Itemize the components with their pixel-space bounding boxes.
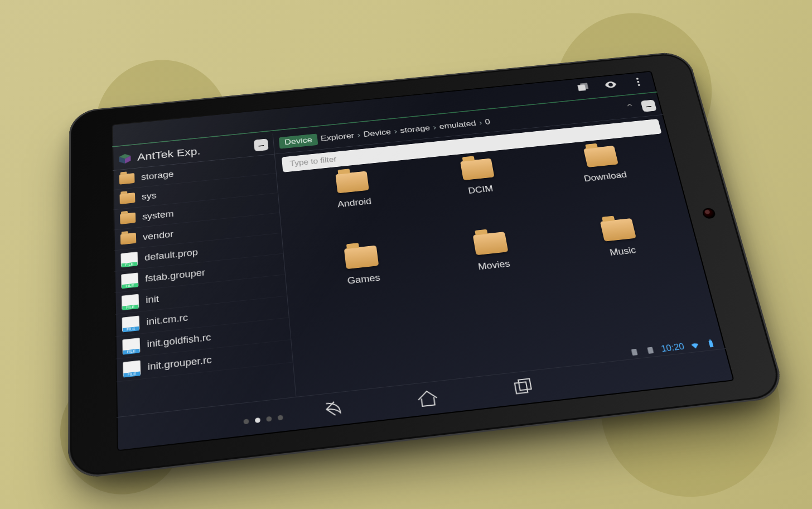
- file-icon: [120, 252, 138, 267]
- battery-icon: [704, 338, 717, 349]
- file-icon: [123, 360, 141, 377]
- pager-dot[interactable]: [278, 415, 283, 420]
- visibility-icon[interactable]: [603, 79, 620, 93]
- right-pane-collapse-button[interactable]: –: [641, 100, 657, 112]
- svg-rect-10: [708, 340, 713, 347]
- breadcrumb-segment[interactable]: storage: [400, 123, 431, 135]
- home-button[interactable]: [414, 385, 442, 414]
- left-file-list: storagesyssystemvendordefault.propfstab.…: [113, 155, 296, 418]
- list-item[interactable]: init.cm.rc: [115, 296, 289, 337]
- up-directory-button[interactable]: ⌃: [622, 102, 638, 114]
- action-bar: [575, 76, 646, 95]
- folder-grid: AndroidDCIMDownloadGamesMoviesMusic: [277, 136, 726, 397]
- list-item-label: storage: [141, 169, 174, 182]
- list-item-label: init: [146, 294, 159, 305]
- right-pane: DeviceExplorer›Device›storage›emulated›0…: [273, 95, 726, 397]
- multiwindow-icon[interactable]: [575, 81, 591, 96]
- pager-dots: [243, 415, 283, 424]
- file-icon: [121, 272, 138, 288]
- grid-folder[interactable]: Music: [558, 214, 692, 299]
- grid-folder[interactable]: Movies: [430, 227, 562, 314]
- list-item[interactable]: fstab.grouper: [114, 254, 285, 293]
- breadcrumb-segment[interactable]: 0: [484, 118, 491, 127]
- front-camera: [702, 208, 716, 219]
- list-item-label: init.cm.rc: [146, 312, 188, 327]
- back-button[interactable]: [318, 396, 346, 424]
- list-item-label: default.prop: [144, 247, 199, 263]
- list-item[interactable]: init.goldfish.rc: [115, 318, 291, 359]
- svg-point-3: [637, 81, 640, 83]
- breadcrumb-separator: ›: [357, 131, 361, 140]
- grid-folder-label: Games: [347, 272, 381, 286]
- grid-folder[interactable]: DCIM: [419, 154, 546, 235]
- breadcrumb-segment[interactable]: emulated: [438, 119, 476, 131]
- folder-icon: [119, 173, 135, 185]
- folder-icon: [600, 218, 636, 242]
- folder-icon: [460, 159, 495, 180]
- folder-icon: [335, 171, 369, 194]
- list-item-label: init.grouper.rc: [147, 354, 212, 373]
- grid-folder-label: Music: [609, 245, 637, 258]
- grid-folder[interactable]: Download: [542, 141, 671, 221]
- grid-folder[interactable]: Android: [293, 167, 418, 248]
- list-item-label: sys: [142, 191, 157, 202]
- grid-folder-label: DCIM: [467, 184, 494, 196]
- folder-icon: [120, 213, 136, 224]
- left-pane: AntTek Exp. – storagesyssystemvendordefa…: [112, 133, 296, 417]
- left-pane-collapse-button[interactable]: –: [254, 138, 269, 151]
- notification-icon: [644, 345, 656, 356]
- list-item-label: fstab.grouper: [145, 267, 206, 284]
- folder-icon: [120, 233, 136, 245]
- svg-rect-9: [647, 347, 654, 354]
- grid-folder[interactable]: Games: [301, 241, 430, 328]
- status-tray: 10:20: [628, 338, 717, 357]
- notification-icon: [628, 347, 640, 358]
- tablet-screen: AntTek Exp. – storagesyssystemvendordefa…: [112, 71, 734, 452]
- breadcrumb-separator: ›: [394, 127, 398, 136]
- file-icon: [122, 315, 140, 332]
- grid-folder-label: Download: [583, 170, 627, 184]
- clock: 10:20: [660, 342, 685, 354]
- file-icon: [122, 294, 139, 310]
- list-item[interactable]: init: [114, 275, 287, 315]
- grid-folder-label: Android: [337, 196, 372, 210]
- grid-folder-label: Movies: [477, 258, 511, 272]
- overflow-icon[interactable]: [630, 76, 647, 90]
- folder-icon: [344, 246, 378, 270]
- svg-rect-1: [580, 83, 588, 89]
- pager-dot[interactable]: [255, 417, 260, 423]
- pager-dot[interactable]: [243, 419, 249, 424]
- svg-rect-8: [631, 349, 638, 356]
- breadcrumb-root[interactable]: Device: [279, 133, 318, 148]
- svg-point-2: [636, 78, 639, 80]
- recents-button[interactable]: [508, 374, 537, 402]
- svg-rect-11: [709, 339, 711, 340]
- list-item-label: system: [142, 209, 174, 222]
- pager-dot[interactable]: [266, 416, 272, 422]
- svg-point-4: [637, 84, 640, 87]
- svg-rect-13: [518, 378, 531, 390]
- file-icon: [122, 338, 140, 354]
- list-item[interactable]: init.grouper.rc: [115, 340, 293, 382]
- folder-icon: [119, 193, 135, 204]
- breadcrumb-separator: ›: [432, 123, 437, 132]
- list-item-label: vendor: [143, 229, 174, 242]
- breadcrumb-separator: ›: [478, 118, 483, 127]
- list-item-label: init.goldfish.rc: [147, 332, 211, 349]
- breadcrumb-segment[interactable]: Explorer: [320, 131, 355, 143]
- wifi-icon: [689, 340, 702, 350]
- breadcrumb-segment[interactable]: Device: [363, 128, 392, 140]
- app-logo-icon: [118, 152, 132, 165]
- svg-rect-12: [515, 382, 528, 393]
- folder-icon: [583, 146, 618, 167]
- folder-icon: [472, 232, 508, 255]
